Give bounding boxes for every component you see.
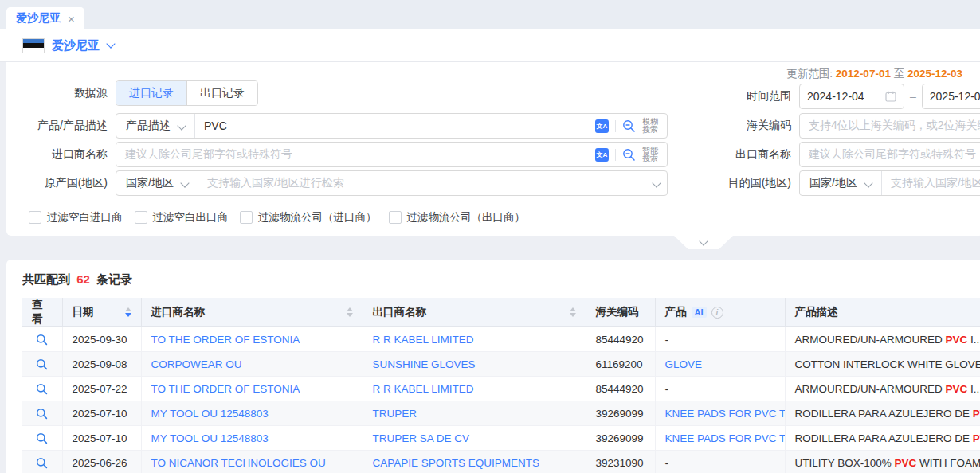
table-row: 2025-09-08CORPOWEAR OUSUNSHINE GLOVES611… xyxy=(22,352,980,377)
hs-code-placeholder: 支持4位以上海关编码，或2位海关编码加上 xyxy=(800,119,980,133)
exporter-placeholder: 建议去除公司尾部字符或特殊符号 xyxy=(800,147,980,162)
checkbox-filter-blank-exporter[interactable]: 过滤空白出口商 xyxy=(135,210,229,225)
view-cell[interactable] xyxy=(22,426,62,451)
destination-placeholder[interactable]: 支持输入国家/地区进行检索 xyxy=(882,176,980,190)
checkbox-label: 过滤空白进口商 xyxy=(47,210,123,225)
translate-icon[interactable]: 文A xyxy=(595,119,609,133)
country-title: 爱沙尼亚 xyxy=(52,38,100,53)
smart-search-icon[interactable] xyxy=(622,148,636,162)
exporter-cell[interactable]: R R KABEL LIMITED xyxy=(363,327,586,352)
sort-icon[interactable] xyxy=(347,307,353,317)
importer-link[interactable]: CORPOWEAR OU xyxy=(151,358,242,370)
importer-link[interactable]: MY TOOL OU 12548803 xyxy=(151,408,269,420)
exporter-input[interactable]: 建议去除公司尾部字符或特殊符号 xyxy=(799,142,980,167)
tab-estonia[interactable]: 爱沙尼亚 × xyxy=(6,7,84,29)
checkbox-icon[interactable] xyxy=(240,211,253,224)
time-range-label: 时间范围 xyxy=(698,89,791,104)
table-row: 2025-09-30TO THE ORDER OF ESTONIAR R KAB… xyxy=(22,327,980,352)
smart-search-label[interactable]: 智能搜索 xyxy=(642,147,660,162)
product-link[interactable]: KNEE PADS FOR PVC T... xyxy=(665,432,786,444)
importer-cell[interactable]: MY TOOL OU 12548803 xyxy=(141,426,363,451)
exporter-link[interactable]: CAPAPIE SPORTS EQUIPMENTS xyxy=(373,457,540,469)
tab-export-records[interactable]: 出口记录 xyxy=(187,81,257,105)
exporter-link[interactable]: R R KABEL LIMITED xyxy=(373,334,474,346)
sort-icon[interactable] xyxy=(570,307,576,317)
update-range-to: 2025-12-03 xyxy=(907,68,962,80)
product-cell: - xyxy=(655,451,785,473)
update-range: 更新范围: 2012-07-01 至 2025-12-03 xyxy=(786,67,962,81)
column-header-2[interactable]: 进口商名称 xyxy=(141,298,363,327)
destination-label: 目的国(地区) xyxy=(698,176,791,190)
exporter-link[interactable]: SUNSHINE GLOVES xyxy=(373,358,476,370)
column-header-0: 查看 xyxy=(22,298,62,327)
chevron-down-icon[interactable] xyxy=(652,178,661,187)
product-cell[interactable]: KNEE PADS FOR PVC T... xyxy=(655,426,785,451)
product-link[interactable]: GLOVE xyxy=(665,358,703,370)
checkbox-icon[interactable] xyxy=(135,211,147,224)
origin-placeholder[interactable]: 支持输入国家/地区进行检索 xyxy=(198,176,646,190)
view-record-icon[interactable] xyxy=(36,358,48,370)
exporter-link[interactable]: TRUPER SA DE CV xyxy=(373,432,470,444)
view-cell[interactable] xyxy=(22,451,62,473)
chevron-down-icon xyxy=(699,236,708,245)
exporter-cell[interactable]: SUNSHINE GLOVES xyxy=(363,352,586,377)
calendar-icon xyxy=(885,91,896,102)
info-icon[interactable]: i xyxy=(711,307,723,319)
exporter-link[interactable]: R R KABEL LIMITED xyxy=(373,383,474,395)
importer-link[interactable]: TO NICANOR TECHNOLOGIES OU xyxy=(151,457,326,469)
exporter-cell[interactable]: CAPAPIE SPORTS EQUIPMENTS xyxy=(363,451,586,473)
date-end-input[interactable]: 2025-12-03 xyxy=(922,84,980,109)
exporter-cell[interactable]: R R KABEL LIMITED xyxy=(363,377,586,401)
collapse-panel-button[interactable] xyxy=(674,236,733,249)
exporter-cell[interactable]: TRUPER SA DE CV xyxy=(363,426,586,451)
exporter-link[interactable]: TRUPER xyxy=(373,408,417,420)
date-start-input[interactable]: 2024-12-04 xyxy=(799,84,904,109)
checkbox-filter-logistics-importer[interactable]: 过滤物流公司（进口商） xyxy=(240,210,377,225)
sort-icon[interactable] xyxy=(125,307,131,317)
product-cell[interactable]: KNEE PADS FOR PVC T... xyxy=(655,401,785,426)
table-row: 2025-06-26TO NICANOR TECHNOLOGIES OUCAPA… xyxy=(22,451,980,473)
checkbox-icon[interactable] xyxy=(389,211,402,224)
importer-link[interactable]: TO THE ORDER OF ESTONIA xyxy=(151,334,300,346)
fuzzy-search-icon[interactable] xyxy=(622,119,636,133)
product-input[interactable]: PVC xyxy=(195,119,588,132)
checkbox-filter-blank-importer[interactable]: 过滤空白进口商 xyxy=(29,210,123,225)
column-header-3[interactable]: 出口商名称 xyxy=(363,298,586,327)
hs-code-input[interactable]: 支持4位以上海关编码，或2位海关编码加上 xyxy=(799,113,980,139)
destination-type-select[interactable]: 国家/地区 xyxy=(800,171,882,195)
chevron-down-icon[interactable] xyxy=(106,39,115,48)
view-record-icon[interactable] xyxy=(36,408,48,420)
view-cell[interactable] xyxy=(22,327,62,352)
column-label: 出口商名称 xyxy=(373,305,427,319)
close-icon[interactable]: × xyxy=(68,13,75,25)
results-panel: 共匹配到 62 条记录 查看日期进口商名称出口商名称海关编码产品AIi产品描述 … xyxy=(6,260,980,473)
view-cell[interactable] xyxy=(22,377,62,401)
tab-import-records[interactable]: 进口记录 xyxy=(116,81,187,105)
exporter-cell[interactable]: TRUPER xyxy=(363,401,586,426)
column-header-1[interactable]: 日期 xyxy=(62,298,141,327)
importer-cell[interactable]: MY TOOL OU 12548803 xyxy=(141,401,363,426)
view-record-icon[interactable] xyxy=(36,432,48,444)
fuzzy-search-label[interactable]: 模糊搜索 xyxy=(642,118,660,134)
filter-checkbox-row: 过滤空白进口商 过滤空白出口商 过滤物流公司（进口商） 过滤物流公司（出口商） xyxy=(29,210,525,225)
importer-cell[interactable]: CORPOWEAR OU xyxy=(141,352,363,377)
importer-cell[interactable]: TO THE ORDER OF ESTONIA xyxy=(141,327,363,352)
view-record-icon[interactable] xyxy=(36,334,48,346)
origin-type-select[interactable]: 国家/地区 xyxy=(116,171,198,195)
view-record-icon[interactable] xyxy=(36,383,48,395)
view-cell[interactable] xyxy=(22,352,62,377)
checkbox-filter-logistics-exporter[interactable]: 过滤物流公司（出口商） xyxy=(389,210,526,225)
product-cell[interactable]: GLOVE xyxy=(655,352,785,377)
importer-link[interactable]: TO THE ORDER OF ESTONIA xyxy=(151,383,300,395)
product-type-select[interactable]: 产品描述 xyxy=(116,114,195,138)
date-cell: 2025-09-30 xyxy=(62,327,141,352)
translate-icon[interactable]: 文A xyxy=(595,148,609,162)
product-link[interactable]: KNEE PADS FOR PVC T... xyxy=(665,408,786,420)
importer-input[interactable]: 建议去除公司尾部字符或特殊符号 文A 智能搜索 xyxy=(116,142,668,167)
view-cell[interactable] xyxy=(22,401,62,426)
importer-link[interactable]: MY TOOL OU 12548803 xyxy=(151,432,269,444)
importer-cell[interactable]: TO THE ORDER OF ESTONIA xyxy=(141,377,363,401)
view-record-icon[interactable] xyxy=(36,457,48,469)
checkbox-icon[interactable] xyxy=(29,211,41,224)
importer-cell[interactable]: TO NICANOR TECHNOLOGIES OU xyxy=(141,451,363,473)
